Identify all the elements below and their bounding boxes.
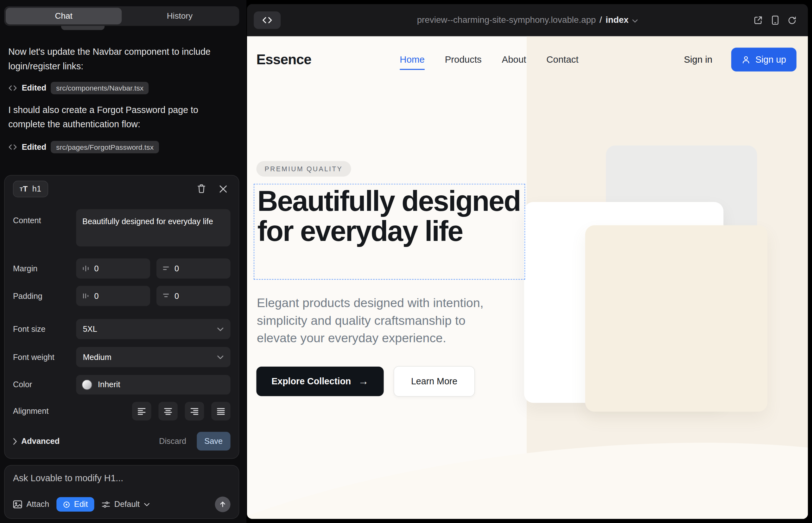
padding-x-input[interactable] <box>76 286 150 306</box>
trash-icon <box>197 184 206 194</box>
color-select[interactable]: Inherit <box>76 375 230 395</box>
font-size-select[interactable]: 5XL <box>76 319 230 339</box>
preview-window: preview--charming-site-symphony.lovable.… <box>247 4 808 519</box>
learn-more-button[interactable]: Learn More <box>394 366 475 397</box>
chat-tabs: Chat History <box>4 6 239 26</box>
preview-area: preview--charming-site-symphony.lovable.… <box>246 0 812 523</box>
tab-history[interactable]: History <box>122 8 237 24</box>
content-label: Content <box>13 209 76 226</box>
align-justify-button[interactable] <box>211 402 231 420</box>
code-icon <box>8 85 17 91</box>
color-label: Color <box>13 380 76 390</box>
chevron-down-icon <box>632 19 638 22</box>
edited-label: Edited <box>22 142 46 152</box>
editor-footer: Advanced Discard Save <box>13 432 231 451</box>
alignment-label: Alignment <box>13 407 76 416</box>
align-left-button[interactable] <box>132 402 152 420</box>
url-separator: / <box>600 15 602 25</box>
padding-label: Padding <box>13 291 76 301</box>
padding-x-icon <box>82 292 90 300</box>
edited-file-badge[interactable]: src/components/Navbar.tsx <box>51 82 149 94</box>
align-right-button[interactable] <box>185 402 204 420</box>
code-view-toggle[interactable] <box>254 12 281 29</box>
chat-composer: Attach Edit Default <box>4 465 239 519</box>
color-swatch <box>82 380 92 390</box>
edited-label: Edited <box>22 83 46 92</box>
hero-heading: Beautifully designed for everyday life <box>254 184 525 246</box>
content-input[interactable]: Beautifully designed for everyday life <box>76 209 230 247</box>
decorative-card-cream <box>585 226 768 412</box>
font-size-label: Font size <box>13 325 76 334</box>
url-bar[interactable]: preview--charming-site-symphony.lovable.… <box>417 4 638 36</box>
nav-link-products[interactable]: Products <box>445 54 482 65</box>
code-brackets-icon <box>262 17 272 23</box>
content-row: Content Beautifully designed for everyda… <box>13 209 231 247</box>
chat-panel: Chat History Now let's update the Navbar… <box>0 0 246 523</box>
premium-quality-badge: PREMIUM QUALITY <box>256 161 351 177</box>
smartphone-icon <box>772 16 779 25</box>
tab-chat[interactable]: Chat <box>6 8 122 24</box>
delete-element-button[interactable] <box>194 181 209 196</box>
element-tag: h1 <box>32 184 41 193</box>
selected-element-outline[interactable]: Beautifully designed for everyday life <box>254 184 525 280</box>
nav-link-contact[interactable]: Contact <box>546 54 578 65</box>
nav-links: Home Products About Contact <box>400 36 578 83</box>
chevron-down-icon <box>217 327 224 331</box>
target-icon <box>63 501 71 508</box>
discard-button[interactable]: Discard <box>159 437 186 446</box>
padding-y-icon <box>162 292 170 300</box>
align-center-button[interactable] <box>158 402 178 420</box>
font-weight-row: Font weight Medium <box>13 347 231 367</box>
margin-x-input[interactable] <box>76 258 150 278</box>
external-link-icon <box>754 16 763 25</box>
alignment-row: Alignment <box>13 402 231 420</box>
edited-file-row: Edited src/components/Navbar.tsx <box>8 81 235 95</box>
margin-x-icon <box>82 265 90 273</box>
chevron-right-icon <box>13 438 17 445</box>
align-justify-icon <box>217 407 226 415</box>
mobile-view-button[interactable] <box>772 16 779 25</box>
site-canvas: Essence Home Products About Contact Sign… <box>247 36 808 519</box>
explore-collection-button[interactable]: Explore Collection → <box>256 366 384 396</box>
image-icon <box>13 500 22 508</box>
margin-y-input[interactable] <box>156 258 231 278</box>
font-weight-label: Font weight <box>13 353 76 362</box>
arrow-right-icon: → <box>358 376 369 387</box>
refresh-button[interactable] <box>788 16 796 25</box>
composer-input[interactable] <box>13 473 231 483</box>
user-icon <box>741 55 750 64</box>
font-weight-select[interactable]: Medium <box>76 347 230 367</box>
sign-in-link[interactable]: Sign in <box>684 54 712 65</box>
element-tag-pill[interactable]: TT h1 <box>13 180 48 197</box>
nav-link-home[interactable]: Home <box>400 54 425 70</box>
composer-toolbar: Attach Edit Default <box>13 497 231 512</box>
padding-y-input[interactable] <box>156 286 231 306</box>
site-navbar: Essence Home Products About Contact Sign… <box>247 36 808 83</box>
nav-link-about[interactable]: About <box>502 54 526 65</box>
chevron-down-icon <box>217 355 224 359</box>
open-external-button[interactable] <box>754 16 763 25</box>
refresh-icon <box>788 16 796 25</box>
site-logo[interactable]: Essence <box>256 36 311 83</box>
attach-button[interactable]: Attach <box>13 500 49 509</box>
save-button[interactable]: Save <box>197 432 231 451</box>
mode-select-button[interactable]: Default <box>101 500 149 509</box>
close-editor-button[interactable] <box>216 181 231 196</box>
padding-row: Padding <box>13 286 231 306</box>
chat-messages: Now let's update the Navbar component to… <box>8 44 235 162</box>
url-host: preview--charming-site-symphony.lovable.… <box>417 15 596 25</box>
advanced-toggle[interactable]: Advanced <box>13 437 59 446</box>
send-button[interactable] <box>215 497 231 512</box>
sign-up-button[interactable]: Sign up <box>731 48 796 71</box>
editor-header: TT h1 <box>13 180 231 198</box>
margin-y-icon <box>162 265 170 273</box>
arrow-up-icon <box>219 501 226 508</box>
type-icon: TT <box>20 185 28 193</box>
margin-label: Margin <box>13 264 76 273</box>
code-icon <box>8 144 17 150</box>
edited-file-badge[interactable]: src/pages/ForgotPassword.tsx <box>51 141 159 153</box>
preview-toolbar: preview--charming-site-symphony.lovable.… <box>247 4 808 36</box>
edit-mode-button[interactable]: Edit <box>56 497 94 511</box>
edited-file-row: Edited src/pages/ForgotPassword.tsx <box>8 140 235 155</box>
chat-message: I should also create a Forgot Password p… <box>8 103 235 132</box>
